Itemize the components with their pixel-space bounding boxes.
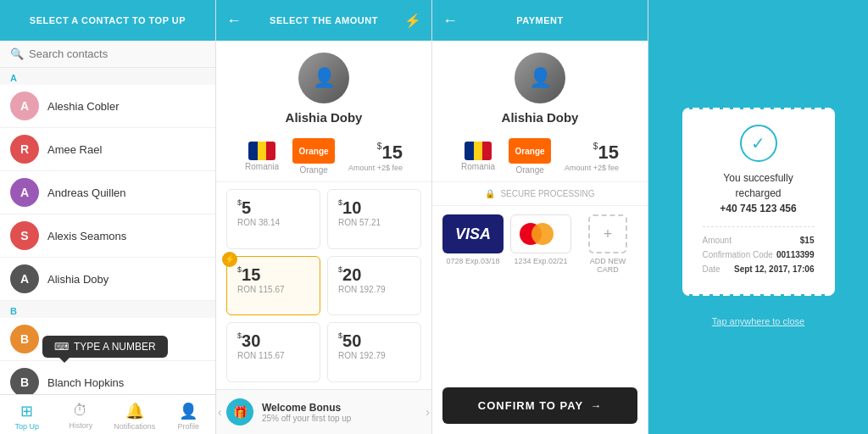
search-input[interactable]	[29, 47, 205, 60]
type-number-tooltip: ⌨ TYPE A NUMBER	[42, 336, 168, 358]
receipt-date-row: Date Sept 12, 2017, 17:06	[703, 264, 815, 274]
welcome-text: Welcome Bonus 25% off your first top up	[262, 402, 351, 423]
success-message: You succesfully recharged	[723, 172, 793, 199]
contact-amee[interactable]: R Amee Rael	[0, 128, 215, 171]
date-value: Sept 12, 2017, 17:06	[734, 264, 815, 274]
receipt-panel: ✓ You succesfully recharged +40 745 123 …	[648, 0, 868, 434]
prev-banner-btn[interactable]: ‹	[218, 405, 222, 419]
nav-notifications[interactable]: 🔔 Notifications	[108, 395, 162, 434]
nav-history[interactable]: ⏱ History	[54, 395, 108, 434]
receipt-divider	[703, 226, 815, 227]
mastercard-detail: 1234 Exp.02/21	[514, 257, 567, 265]
contact-name: Alishia Doby	[47, 273, 108, 286]
nav-label: History	[69, 421, 92, 430]
profile-icon: 👤	[179, 402, 198, 420]
tap-to-close[interactable]: Tap anywhere to close	[712, 316, 804, 326]
back-arrow-icon[interactable]: ←	[226, 12, 242, 30]
avatar: A	[10, 264, 39, 293]
amount-card-20[interactable]: $20 RON 192.79	[327, 256, 421, 316]
welcome-banner: ‹ 🎁 Welcome Bonus 25% off your first top…	[216, 389, 431, 434]
welcome-title: Welcome Bonus	[262, 402, 351, 414]
code-value: 00113399	[776, 250, 815, 259]
amount-card-15[interactable]: ⚡ $15 RON 115.67	[226, 256, 320, 316]
amount-number: 15	[598, 142, 618, 163]
receipt-card: ✓ You succesfully recharged +40 745 123 …	[682, 108, 835, 296]
flag-romania	[465, 142, 492, 160]
check-icon: ✓	[740, 125, 777, 162]
contact-alexis[interactable]: S Alexis Seamons	[0, 214, 215, 258]
avatar-inner: 👤	[298, 53, 349, 103]
topup-icon: ⊞	[20, 402, 33, 420]
user-name: Alishia Doby	[286, 110, 363, 125]
visa-card[interactable]: VISA	[442, 214, 504, 253]
contact-panel: SELECT A CONTACT TO TOP UP 🔍 A A Aleshia…	[0, 0, 216, 434]
history-icon: ⏱	[73, 402, 88, 420]
contact-name: Alexis Seamons	[47, 230, 126, 242]
confirm-pay-button[interactable]: CONFIRM TO PAY →	[442, 387, 637, 424]
arrow-right-icon: →	[590, 399, 602, 412]
success-text: You succesfully recharged +40 745 123 45…	[703, 170, 815, 216]
visa-detail: 0728 Exp.03/18	[446, 257, 499, 265]
amount-card-30[interactable]: $30 RON 115.67	[226, 322, 320, 382]
nav-profile[interactable]: 👤 Profile	[162, 395, 216, 434]
avatar: A	[10, 178, 39, 207]
panel2-title: SELECT THE AMOUNT	[270, 15, 378, 25]
cards-row: VISA 0728 Exp.03/18 1234 Exp.02/21 + ADD…	[432, 206, 648, 274]
amount-badge: $15 Amount +2$ fee	[348, 142, 403, 172]
mastercard-card[interactable]	[510, 214, 571, 253]
section-a: A	[0, 68, 215, 85]
back-arrow-icon[interactable]: ←	[442, 12, 459, 30]
contact-alishia[interactable]: A Alishia Doby	[0, 258, 215, 301]
date-label: Date	[703, 264, 721, 274]
code-label: Confirmation Code	[703, 250, 773, 259]
contact-blanch[interactable]: B Blanch Hopkins	[0, 361, 215, 394]
add-card-col: + ADD NEW CARD	[578, 214, 637, 274]
mc-orange-circle	[531, 223, 554, 245]
bottom-nav: ⊞ Top Up ⏱ History 🔔 Notifications 👤 Pro…	[0, 394, 215, 434]
user-avatar: 👤	[298, 53, 349, 103]
amount-panel: ← SELECT THE AMOUNT ⚡ 👤 Alishia Doby Rom…	[216, 0, 432, 434]
receipt-code-row: Confirmation Code 00113399	[703, 250, 815, 259]
notifications-icon: 🔔	[125, 402, 144, 420]
carrier-label: Orange	[515, 165, 543, 175]
amount-card-10[interactable]: $10 RON 57.21	[327, 189, 421, 249]
panel3-title: PAYMENT	[516, 15, 563, 25]
add-card-label: ADD NEW CARD	[578, 257, 637, 274]
mastercard-col: 1234 Exp.02/21	[510, 214, 571, 265]
payment-user-name: Alishia Doby	[502, 110, 579, 125]
visa-text: VISA	[455, 225, 491, 243]
panel1-header: SELECT A CONTACT TO TOP UP	[0, 0, 215, 41]
contact-name: Aleshia Cobler	[47, 100, 120, 113]
payment-user-info: 👤 Alishia Doby	[432, 41, 648, 131]
avatar: R	[10, 135, 39, 164]
carrier-label: Orange	[299, 165, 327, 175]
add-card-button[interactable]: +	[588, 214, 627, 253]
user-info: 👤 Alishia Doby	[216, 41, 431, 131]
next-banner-btn[interactable]: ›	[426, 405, 430, 419]
amount-value: $15	[800, 236, 815, 245]
tooltip-text: TYPE A NUMBER	[74, 341, 156, 353]
nav-label: Top Up	[14, 422, 39, 431]
welcome-sub: 25% off your first top up	[262, 414, 351, 423]
nav-topup[interactable]: ⊞ Top Up	[0, 395, 54, 434]
confirm-btn-label: CONFIRM TO PAY	[478, 399, 583, 412]
avatar: B	[10, 325, 39, 353]
contact-name: Amee Rael	[47, 143, 102, 156]
carrier-name: Orange	[515, 147, 545, 156]
avatar-inner: 👤	[515, 53, 565, 103]
contact-name: Blanch Hopkins	[47, 376, 124, 389]
nav-label: Notifications	[114, 422, 155, 431]
contact-aleshia[interactable]: A Aleshia Cobler	[0, 85, 215, 128]
amount-card-5[interactable]: $5 RON 38.14	[226, 189, 320, 249]
payment-panel: ← PAYMENT 👤 Alishia Doby Romania Orange …	[432, 0, 648, 434]
contact-andreas[interactable]: A Andreas Quillen	[0, 171, 215, 214]
amount-card-50[interactable]: $50 RON 192.79	[327, 322, 421, 382]
carrier-info: Romania Orange Orange $15 Amount +2$ fee	[216, 131, 431, 182]
panel1-title: SELECT A CONTACT TO TOP UP	[30, 15, 186, 25]
receipt-amount-row: Amount $15	[703, 236, 815, 245]
lightning-icon: ⚡	[222, 252, 237, 267]
carrier-name: Orange	[299, 147, 329, 156]
amount-label: Amount	[703, 236, 732, 245]
amount-fee: Amount +2$ fee	[348, 164, 403, 172]
carrier-logo: Orange	[509, 138, 551, 164]
